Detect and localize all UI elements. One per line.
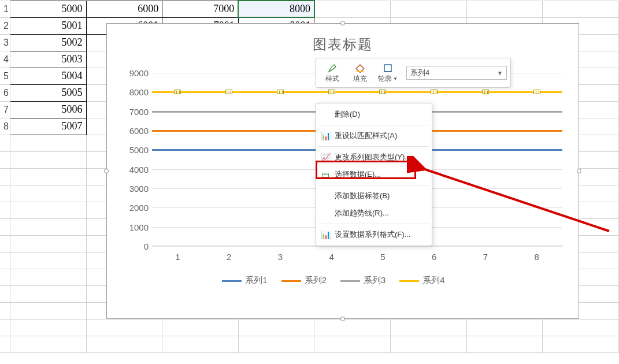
cell[interactable] xyxy=(10,336,86,352)
cell[interactable] xyxy=(314,1,391,17)
cell[interactable] xyxy=(10,218,86,235)
selection-marker[interactable] xyxy=(328,90,335,94)
ctx-format-series[interactable]: 📊 设置数据系列格式(F)... xyxy=(316,226,432,243)
resize-handle-right[interactable] xyxy=(577,169,581,173)
resize-handle-top[interactable] xyxy=(340,21,345,25)
cell[interactable] xyxy=(314,319,391,336)
cell[interactable] xyxy=(391,336,467,352)
row-header[interactable] xyxy=(0,252,10,269)
row-header[interactable] xyxy=(0,235,10,252)
cell[interactable]: 5004 xyxy=(10,68,86,84)
cell[interactable] xyxy=(238,336,314,352)
selection-marker[interactable] xyxy=(533,90,540,94)
y-tick: 7000 xyxy=(129,106,149,116)
ctx-add-label[interactable]: 添加数据标签(B) xyxy=(316,187,432,205)
selection-marker[interactable] xyxy=(379,90,386,94)
row-header[interactable] xyxy=(0,269,10,285)
legend-swatch xyxy=(399,280,419,282)
cell[interactable]: 7000 xyxy=(162,1,239,17)
cell[interactable] xyxy=(314,336,391,352)
cell[interactable] xyxy=(391,1,467,17)
cell[interactable] xyxy=(466,336,543,352)
ctx-delete[interactable]: 删除(D) xyxy=(316,106,432,123)
cell[interactable] xyxy=(238,319,314,336)
cell[interactable] xyxy=(162,319,239,336)
ctx-change-type[interactable]: 📈 更改系列图表类型(Y)... xyxy=(316,148,432,166)
cell[interactable]: 5007 xyxy=(10,118,86,135)
chart-legend[interactable]: 系列1系列2系列3系列4 xyxy=(118,275,562,286)
cell[interactable] xyxy=(10,285,86,302)
legend-label[interactable]: 系列3 xyxy=(364,275,386,285)
cell[interactable] xyxy=(10,252,86,269)
cell[interactable] xyxy=(10,185,86,202)
row-header[interactable] xyxy=(0,168,10,185)
selection-marker[interactable] xyxy=(174,90,181,94)
cell[interactable] xyxy=(543,319,619,336)
row-header[interactable] xyxy=(0,302,10,319)
resize-handle-left[interactable] xyxy=(104,169,109,173)
cell[interactable] xyxy=(466,1,543,17)
y-axis[interactable]: 0100020003000400050006000700080009000 xyxy=(118,73,152,246)
legend-label[interactable]: 系列2 xyxy=(305,275,327,285)
row-header[interactable]: 3 xyxy=(0,34,10,51)
cell[interactable] xyxy=(543,1,619,17)
cell[interactable] xyxy=(10,302,86,319)
row-header[interactable]: 5 xyxy=(0,68,10,84)
cell[interactable]: 5003 xyxy=(10,51,86,68)
row-header[interactable] xyxy=(0,218,10,235)
cell[interactable] xyxy=(10,269,86,285)
style-label: 样式 xyxy=(325,74,339,84)
ctx-select-data[interactable]: 🗃 选择数据(E)... xyxy=(316,166,432,183)
legend-label[interactable]: 系列4 xyxy=(422,275,444,285)
series-selector[interactable]: 系列4 ▼ xyxy=(406,66,507,80)
row-header[interactable]: 6 xyxy=(0,84,10,101)
selection-marker[interactable] xyxy=(277,90,284,94)
style-button[interactable]: 样式 xyxy=(320,60,345,86)
cell[interactable] xyxy=(466,319,543,336)
series-line[interactable] xyxy=(152,91,562,93)
ctx-reset-style[interactable]: 📊 重设以匹配样式(A) xyxy=(316,127,432,144)
cell[interactable]: 6000 xyxy=(86,1,162,17)
cell[interactable] xyxy=(162,336,239,352)
selection-marker[interactable] xyxy=(431,90,438,94)
cell[interactable] xyxy=(86,336,162,352)
row-header[interactable] xyxy=(0,319,10,336)
cell[interactable]: 5001 xyxy=(10,17,86,34)
outline-button[interactable]: 轮廓▼ xyxy=(375,60,401,86)
row-header[interactable]: 4 xyxy=(0,51,10,68)
selection-marker[interactable] xyxy=(225,90,232,94)
row-header[interactable]: 2 xyxy=(0,17,10,34)
ctx-add-trendline[interactable]: 添加趋势线(R)... xyxy=(316,205,432,222)
row-header[interactable] xyxy=(0,151,10,168)
cell[interactable] xyxy=(543,336,619,352)
row-header[interactable] xyxy=(0,135,10,151)
row-header[interactable] xyxy=(0,336,10,352)
row-header[interactable] xyxy=(0,202,10,218)
resize-handle-bottom[interactable] xyxy=(340,317,345,321)
cell[interactable] xyxy=(10,202,86,218)
cell[interactable]: 8000 xyxy=(238,1,314,17)
cell[interactable] xyxy=(10,151,86,168)
mini-toolbar[interactable]: 样式 填充 轮廓▼ 系列4 ▼ xyxy=(316,58,511,88)
cell[interactable]: 5006 xyxy=(10,101,86,118)
cell[interactable]: 5005 xyxy=(10,84,86,101)
cell[interactable] xyxy=(10,235,86,252)
fill-button[interactable]: 填充 xyxy=(347,60,373,86)
cell[interactable] xyxy=(86,319,162,336)
x-axis[interactable]: 12345678 xyxy=(152,252,562,266)
chart-title[interactable]: 图表标题 xyxy=(107,24,579,54)
cell[interactable] xyxy=(10,319,86,336)
row-header[interactable]: 1 xyxy=(0,1,10,17)
cell[interactable] xyxy=(10,135,86,151)
cell[interactable] xyxy=(391,319,467,336)
cell[interactable]: 5000 xyxy=(10,1,86,17)
legend-label[interactable]: 系列1 xyxy=(245,275,267,285)
x-tick: 3 xyxy=(278,252,283,262)
selection-marker[interactable] xyxy=(482,90,489,94)
cell[interactable]: 5002 xyxy=(10,34,86,51)
row-header[interactable]: 7 xyxy=(0,101,10,118)
row-header[interactable] xyxy=(0,185,10,202)
cell[interactable] xyxy=(10,168,86,185)
row-header[interactable]: 8 xyxy=(0,118,10,135)
row-header[interactable] xyxy=(0,285,10,302)
